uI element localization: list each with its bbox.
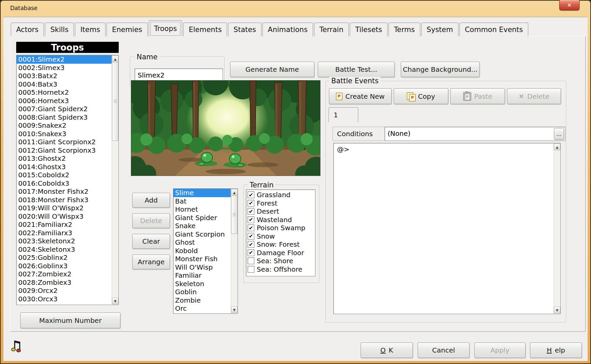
checkbox-unchecked-icon[interactable] [248, 257, 254, 264]
terrain-row-grassland[interactable]: ✔Grassland [246, 191, 315, 199]
event-page-tab-1[interactable]: 1 [329, 107, 358, 122]
troop-row[interactable]: 0018:Monster Fishx3 [17, 196, 112, 204]
battle-test-button[interactable]: Battle Test... [318, 62, 395, 77]
enemy-row[interactable]: Orc [173, 304, 231, 313]
change-background-button[interactable]: Change Background... [401, 62, 480, 77]
troop-row[interactable]: 0025:Goblinx2 [17, 253, 112, 262]
enemy-row[interactable]: Zombie [173, 296, 231, 305]
troop-row[interactable]: 0012:Giant Scorpionx3 [17, 146, 112, 155]
scroll-down-icon[interactable]: ▼ [231, 306, 237, 313]
tab-common-events[interactable]: Common Events [459, 23, 528, 36]
troop-row[interactable]: 0003:Batx2 [17, 72, 112, 80]
tab-enemies[interactable]: Enemies [107, 23, 148, 36]
troop-row[interactable]: 0021:Familiarx2 [17, 220, 112, 229]
event-command-list[interactable]: @> ▲ ▼ [333, 143, 561, 314]
tab-tilesets[interactable]: Tilesets [350, 23, 388, 36]
troop-row[interactable]: 0016:Coboldx3 [17, 179, 112, 188]
checkbox-unchecked-icon[interactable] [248, 266, 254, 273]
troop-row[interactable]: 0027:Zombiex2 [17, 270, 112, 278]
checkbox-checked-icon[interactable]: ✔ [248, 216, 254, 223]
troop-row[interactable]: 0001:Slimex2 [17, 55, 112, 64]
event-code-line[interactable]: @> [337, 145, 349, 153]
terrain-row-wasteland[interactable]: ✔Wasteland [246, 216, 315, 224]
tab-items[interactable]: Items [75, 23, 106, 36]
tab-states[interactable]: States [228, 23, 261, 36]
checkbox-checked-icon[interactable]: ✔ [248, 208, 254, 215]
help-button[interactable]: Help [530, 342, 582, 358]
checkbox-checked-icon[interactable]: ✔ [248, 200, 254, 207]
cancel-button[interactable]: Cancel [418, 342, 470, 358]
tab-animations[interactable]: Animations [262, 23, 313, 36]
terrain-row-sea-offshore[interactable]: Sea: Offshore [246, 265, 315, 274]
name-input[interactable]: Slimex2 [135, 68, 223, 82]
event-scrollbar[interactable]: ▲ ▼ [554, 144, 560, 313]
enemy-row[interactable]: Skeleton [173, 280, 231, 288]
troop-row[interactable]: 0019:Will O'Wispx2 [17, 204, 112, 212]
terrain-row-poison-swamp[interactable]: ✔Poison Swamp [246, 224, 315, 232]
enemy-row[interactable]: Bat [173, 197, 231, 206]
tab-elements[interactable]: Elements [183, 23, 227, 36]
enemy-row[interactable]: Slime [173, 189, 231, 197]
troop-row[interactable]: 0029:Orcx2 [17, 286, 112, 295]
troop-row[interactable]: 0024:Skeletonx3 [17, 245, 112, 254]
enemy-row[interactable]: Snake [173, 222, 231, 230]
troop-row[interactable]: 0011:Giant Scorpionx2 [17, 138, 112, 146]
tab-skills[interactable]: Skills [45, 23, 74, 36]
copy-button[interactable]: P Copy [394, 88, 448, 104]
troop-row[interactable]: 0028:Zombiex3 [17, 278, 112, 287]
ok-button[interactable]: OK [361, 342, 413, 358]
troop-row[interactable]: 0004:Batx3 [17, 80, 112, 89]
scroll-up-icon[interactable]: ▲ [231, 189, 237, 196]
checkbox-checked-icon[interactable]: ✔ [248, 241, 254, 248]
terrain-row-desert[interactable]: ✔Desert [246, 207, 315, 216]
troop-row[interactable]: 0014:Ghostx3 [17, 163, 112, 171]
troop-row[interactable]: 0013:Ghostx2 [17, 154, 112, 163]
scroll-up-icon[interactable]: ▲ [112, 56, 118, 62]
enemy-row[interactable]: Giant Scorpion [173, 230, 231, 239]
enemy-scrollbar[interactable]: ▲ ▼ [231, 189, 237, 313]
terrain-row-damage-floor[interactable]: ✔Damage Floor [246, 249, 315, 257]
scrollbar-thumb[interactable] [112, 62, 118, 141]
tab-troops[interactable]: Troops [149, 20, 182, 36]
checkbox-checked-icon[interactable]: ✔ [248, 233, 254, 240]
troops-scrollbar[interactable]: ▲ ▼ [112, 56, 118, 304]
enemy-row[interactable]: Hornet [173, 205, 231, 214]
terrain-row-snow-forest[interactable]: ✔Snow: Forest [246, 240, 315, 249]
enemy-row[interactable]: Kobold [173, 247, 231, 255]
troop-row[interactable]: 0030:Orcx3 [17, 295, 112, 303]
troop-row[interactable]: 0005:Hornetx2 [17, 88, 112, 97]
maximum-number-button[interactable]: Maximum Number [20, 312, 120, 328]
enemy-row[interactable]: Giant Spider [173, 214, 231, 222]
delete-enemy-button[interactable]: Delete [132, 213, 170, 228]
enemy-row[interactable]: Goblin [173, 288, 231, 296]
checkbox-checked-icon[interactable]: ✔ [248, 224, 254, 231]
troop-row[interactable]: 0022:Familiarx3 [17, 229, 112, 237]
add-enemy-button[interactable]: Add [132, 193, 170, 208]
terrain-row-snow[interactable]: ✔Snow [246, 232, 315, 241]
apply-button[interactable]: Apply [474, 342, 526, 358]
tab-terms[interactable]: Terms [389, 23, 420, 36]
terrain-row-sea-shore[interactable]: Sea: Shore [246, 257, 315, 265]
troop-row[interactable]: 0026:Goblinx3 [17, 262, 112, 270]
create-new-button[interactable]: P Create New [329, 88, 392, 104]
tab-actors[interactable]: Actors [11, 23, 44, 36]
checkbox-checked-icon[interactable]: ✔ [248, 249, 254, 256]
tab-system[interactable]: System [421, 23, 458, 36]
scroll-down-icon[interactable]: ▼ [112, 298, 118, 304]
troop-row[interactable]: 0002:Slimex3 [17, 64, 112, 72]
troop-row[interactable]: 0006:Hornetx3 [17, 97, 112, 105]
clear-enemy-button[interactable]: Clear [132, 234, 170, 249]
conditions-field[interactable]: (None) ... [385, 127, 565, 141]
troop-row[interactable]: 0020:Will O'Wispx3 [17, 212, 112, 221]
troop-row[interactable]: 0007:Giant Spiderx2 [17, 105, 112, 113]
scrollbar-thumb[interactable] [231, 195, 237, 234]
scroll-up-icon[interactable]: ▲ [554, 144, 560, 150]
troop-row[interactable]: 0010:Snakex3 [17, 130, 112, 138]
enemy-row[interactable]: Ghost [173, 238, 231, 247]
scroll-down-icon[interactable]: ▼ [554, 307, 560, 313]
troop-row[interactable]: 0017:Monster Fishx2 [17, 187, 112, 196]
close-button[interactable]: ✕ [559, 0, 580, 10]
troop-row[interactable]: 0015:Coboldx2 [17, 171, 112, 179]
conditions-ellipsis-button[interactable]: ... [554, 128, 564, 140]
enemy-row[interactable]: Will O'Wisp [173, 263, 231, 272]
